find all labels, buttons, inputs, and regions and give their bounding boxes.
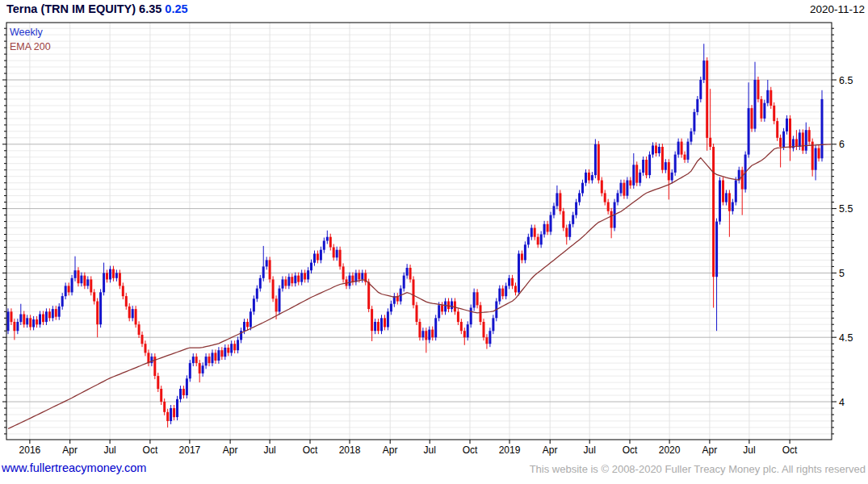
candlestick-chart-svg: 44.555.566.52016AprJulOct2017AprJulOct20…: [0, 0, 868, 484]
y-axis-label: 5.5: [839, 203, 853, 215]
legend-interval: Weekly: [10, 25, 51, 40]
chart-legend: Weekly EMA 200: [10, 25, 51, 54]
x-axis-label: Apr: [62, 444, 78, 456]
y-axis-label: 6: [839, 139, 845, 150]
x-axis-label: 2016: [19, 444, 41, 456]
last-price: 6.35: [139, 2, 161, 15]
copyright-text: This website is © 2008-2020 Fuller Treac…: [530, 463, 866, 475]
ema-line: [8, 144, 831, 429]
y-axis-label: 4: [839, 397, 845, 408]
site-link[interactable]: www.fullertreacymoney.com: [2, 461, 146, 474]
page-title: Terna (TRN IM EQUITY) 6.35 0.25: [6, 2, 188, 15]
instrument-name: Terna (TRN IM EQUITY): [6, 2, 136, 15]
x-axis-label: Apr: [223, 444, 238, 456]
x-axis-label: Oct: [463, 444, 478, 456]
x-axis-label: Oct: [143, 444, 158, 456]
x-axis-label: Jul: [584, 444, 596, 456]
price-chart: 44.555.566.52016AprJulOct2017AprJulOct20…: [0, 0, 868, 484]
ema-line-group: [8, 144, 831, 429]
axis-labels: 44.555.566.52016AprJulOct2017AprJulOct20…: [19, 75, 853, 457]
price-change: 0.25: [165, 2, 187, 15]
y-axis-label: 6.5: [839, 75, 853, 86]
legend-ema: EMA 200: [10, 40, 51, 54]
x-axis-label: 2017: [179, 444, 201, 456]
x-axis-label: Apr: [702, 444, 718, 456]
x-axis-label: Oct: [303, 444, 318, 456]
x-axis-label: Oct: [623, 444, 638, 456]
x-axis-label: Jul: [743, 444, 755, 456]
x-axis-label: 2018: [339, 444, 361, 456]
x-axis-label: Jul: [263, 444, 275, 456]
y-axis-label: 4.5: [839, 332, 853, 344]
x-axis-label: Jul: [103, 444, 115, 456]
x-axis-label: Apr: [543, 444, 558, 456]
x-axis-label: 2019: [499, 444, 521, 456]
axis-ticks: [2, 28, 837, 444]
x-axis-label: Apr: [383, 444, 398, 456]
chart-date: 2020-11-12: [810, 3, 865, 15]
x-axis-label: Jul: [424, 444, 436, 456]
y-axis-label: 5: [839, 268, 845, 279]
x-axis-label: Oct: [782, 444, 798, 456]
grid-vertical-lines: [30, 23, 790, 440]
x-axis-label: 2020: [659, 444, 681, 456]
